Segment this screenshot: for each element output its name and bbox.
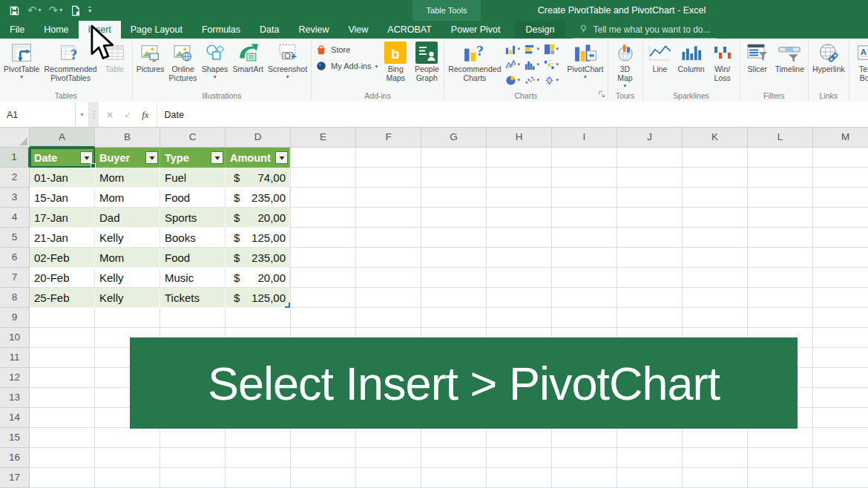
table-cell[interactable]: Music bbox=[160, 268, 226, 288]
row-header-2[interactable]: 2 bbox=[0, 168, 30, 188]
pictures-button[interactable]: Pictures bbox=[134, 39, 167, 75]
table-cell[interactable]: Tickets bbox=[160, 288, 226, 308]
hierarchy-chart-button[interactable]: ▾ bbox=[544, 42, 562, 56]
my-add-ins-button[interactable]: My Add-ins▾ bbox=[315, 60, 378, 72]
save-button[interactable] bbox=[9, 5, 20, 16]
table-cell[interactable]: 01-Jan bbox=[30, 168, 95, 188]
row-header-7[interactable]: 7 bbox=[0, 268, 30, 288]
tab-design[interactable]: Design bbox=[515, 21, 566, 39]
customize-quick-access-toolbar-button[interactable]: ▾ bbox=[88, 7, 91, 14]
table-cell[interactable]: Mom bbox=[95, 248, 160, 268]
table-cell[interactable]: Dad bbox=[95, 208, 160, 228]
3d-map-button[interactable]: 3D Map▾ bbox=[610, 39, 641, 90]
radar-chart-button[interactable]: ▾ bbox=[544, 73, 562, 88]
table-cell-amount[interactable]: $235,00 bbox=[226, 248, 290, 268]
filter-button-amount[interactable] bbox=[275, 151, 288, 164]
tab-file[interactable]: File bbox=[0, 21, 34, 39]
row-header-8[interactable]: 8 bbox=[0, 288, 30, 308]
undo-button[interactable]: ↶▾ bbox=[27, 5, 42, 16]
recommended-charts-button[interactable]: ?Recommended Charts bbox=[446, 39, 503, 84]
table-cell[interactable]: Food bbox=[160, 188, 226, 208]
people-graph-button[interactable]: People Graph bbox=[411, 39, 442, 84]
timeline-button[interactable]: Timeline bbox=[773, 39, 806, 75]
filter-button-date[interactable] bbox=[80, 151, 93, 164]
enter-icon[interactable]: ✓ bbox=[124, 110, 131, 120]
column-button[interactable]: Column bbox=[676, 39, 707, 75]
table-cell[interactable]: 15-Jan bbox=[30, 188, 95, 208]
shapes-button[interactable]: Shapes▾ bbox=[200, 39, 231, 81]
column-header-k[interactable]: K bbox=[683, 128, 748, 148]
column-header-g[interactable]: G bbox=[421, 128, 487, 148]
scatter-chart-button[interactable]: ▾ bbox=[525, 73, 543, 88]
column-header-h[interactable]: H bbox=[487, 128, 552, 148]
name-box-dropdown-icon[interactable]: ▾ bbox=[76, 102, 89, 127]
row-header-13[interactable]: 13 bbox=[0, 388, 30, 408]
name-box[interactable]: A1 bbox=[0, 102, 76, 127]
table-cell[interactable]: Books bbox=[160, 228, 226, 248]
column-header-a[interactable]: A bbox=[30, 128, 95, 148]
table-cell[interactable]: Kelly bbox=[95, 228, 160, 248]
column-header-l[interactable]: L bbox=[748, 128, 813, 148]
pivotchart-button[interactable]: PivotChart▾ bbox=[565, 39, 605, 81]
filter-button-buyer[interactable] bbox=[145, 151, 158, 164]
table-resize-handle[interactable] bbox=[285, 303, 290, 308]
table-header-buyer[interactable]: Buyer bbox=[95, 148, 160, 168]
row-header-10[interactable]: 10 bbox=[0, 328, 30, 348]
column-header-d[interactable]: D bbox=[226, 128, 291, 148]
table-cell[interactable]: 17-Jan bbox=[30, 208, 95, 228]
smartart-button[interactable]: SmartArt bbox=[231, 39, 266, 75]
filter-button-type[interactable] bbox=[211, 151, 223, 164]
store-button[interactable]: Store bbox=[315, 44, 378, 56]
row-header-12[interactable]: 12 bbox=[0, 368, 30, 388]
text-box-button[interactable]: AText Box bbox=[851, 39, 868, 84]
row-header-11[interactable]: 11 bbox=[0, 348, 30, 368]
document-button[interactable] bbox=[70, 5, 81, 16]
row-header-6[interactable]: 6 bbox=[0, 248, 30, 268]
dialog-launcher-icon[interactable] bbox=[598, 88, 605, 101]
row-header-14[interactable]: 14 bbox=[0, 408, 30, 428]
table-header-amount[interactable]: Amount bbox=[226, 148, 290, 168]
insert-function-icon[interactable]: fx bbox=[142, 109, 148, 121]
column-header-b[interactable]: B bbox=[95, 128, 160, 148]
column-header-e[interactable]: E bbox=[291, 128, 356, 148]
table-cell[interactable]: 21-Jan bbox=[30, 228, 95, 248]
table-header-date[interactable]: Date bbox=[30, 148, 95, 168]
select-all-button[interactable] bbox=[0, 128, 30, 148]
slicer-button[interactable]: Slicer bbox=[742, 39, 773, 75]
redo-button[interactable]: ↷▾ bbox=[49, 5, 63, 16]
row-header-4[interactable]: 4 bbox=[0, 208, 30, 228]
bing-maps-button[interactable]: bBing Maps bbox=[380, 39, 411, 84]
table-cell[interactable]: 20-Feb bbox=[30, 268, 95, 288]
column-chart-button[interactable]: ▾ bbox=[505, 42, 524, 56]
row-header-17[interactable]: 17 bbox=[0, 468, 30, 488]
tab-view[interactable]: View bbox=[338, 21, 378, 39]
column-header-j[interactable]: J bbox=[617, 128, 683, 148]
waterfall-chart-button[interactable]: ▾ bbox=[544, 57, 562, 72]
table-cell-amount[interactable]: $125,00 bbox=[226, 228, 290, 248]
row-header-5[interactable]: 5 bbox=[0, 228, 30, 248]
hyperlink-button[interactable]: Hyperlink bbox=[810, 39, 847, 75]
table-cell[interactable]: Kelly bbox=[95, 268, 160, 288]
table-cell-amount[interactable]: $20,00 bbox=[226, 268, 290, 288]
column-header-m[interactable]: M bbox=[813, 128, 868, 148]
win-loss-button[interactable]: Win/ Loss bbox=[707, 39, 738, 84]
tell-me-box[interactable]: Tell me what you want to do... bbox=[573, 21, 716, 39]
tab-page-layout[interactable]: Page Layout bbox=[121, 21, 192, 39]
row-header-15[interactable]: 15 bbox=[0, 428, 30, 448]
table-cell-amount[interactable]: $74,00 bbox=[226, 168, 290, 188]
table-cell[interactable]: Mom bbox=[95, 168, 160, 188]
table-cell[interactable]: Fuel bbox=[160, 168, 226, 188]
tab-power-pivot[interactable]: Power Pivot bbox=[441, 21, 510, 39]
table-cell[interactable]: Food bbox=[160, 248, 226, 268]
column-header-i[interactable]: I bbox=[552, 128, 617, 148]
pivottable-button[interactable]: PivotTable▾ bbox=[1, 39, 42, 81]
table-cell[interactable]: 25-Feb bbox=[30, 288, 95, 308]
row-header-16[interactable]: 16 bbox=[0, 448, 30, 468]
column-header-c[interactable]: C bbox=[160, 128, 226, 148]
table-cell-amount[interactable]: $235,00 bbox=[226, 188, 290, 208]
formula-input[interactable]: Date bbox=[157, 102, 868, 127]
row-header-3[interactable]: 3 bbox=[0, 188, 30, 208]
histogram-chart-button[interactable]: ▾ bbox=[525, 57, 543, 72]
pie-chart-button[interactable]: ▾ bbox=[505, 73, 524, 88]
column-header-f[interactable]: F bbox=[356, 128, 421, 148]
